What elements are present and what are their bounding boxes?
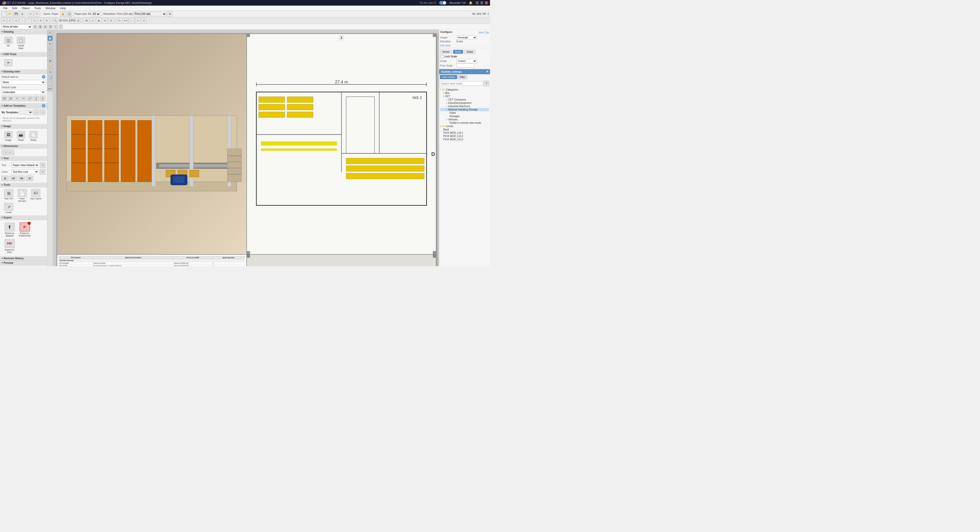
templates-help-icon[interactable]: ? — [42, 104, 45, 107]
lock-button[interactable]: 🔒 — [60, 11, 65, 17]
export-dwg-button[interactable]: ⬆ Export to dwg/dxf — [3, 222, 17, 238]
text-section-header[interactable]: ▾ Text — [0, 156, 47, 161]
draw-rotate[interactable]: ↻ — [44, 18, 49, 24]
view-icon-2dempty[interactable]: 2E — [8, 96, 14, 101]
warehouse-3d-cell[interactable] — [57, 34, 247, 254]
tree-box[interactable]: ▸ Box — [440, 91, 489, 95]
view-clip-link[interactable]: View Clip — [479, 31, 489, 34]
addon-help-icon[interactable]: ? — [42, 75, 45, 79]
text-tool-A[interactable]: A — [2, 176, 9, 181]
tree-industrial-machines[interactable]: ▸ Industrial Machines — [440, 105, 489, 108]
select-tool[interactable]: ↖ — [1, 18, 6, 24]
paper-manager-button[interactable]: 📄 Paper Manager — [16, 189, 29, 202]
side-active[interactable]: ▦ — [48, 36, 52, 41]
scale-select-container[interactable]: Custom — [457, 59, 477, 63]
lines-edit-btn[interactable]: ✏ — [40, 169, 45, 175]
text-edit-btn[interactable]: ✏ — [40, 162, 45, 168]
tree-base[interactable]: Base — [440, 128, 489, 131]
tree-visible-normal[interactable]: Visible in normal view mode — [440, 121, 489, 124]
tree-levels[interactable]: ▾ 📁 Levels — [440, 124, 489, 128]
view-icon-tools1[interactable]: ↖ — [14, 96, 20, 101]
paper-size-select[interactable]: A3A4A2 — [91, 12, 100, 16]
mirror-h[interactable]: ⇔ — [102, 18, 108, 24]
minimize-button[interactable]: ─ — [476, 1, 479, 4]
shape-select-container[interactable]: Rectangle — [457, 35, 477, 40]
visibility-close-btn[interactable]: ✕ — [486, 70, 488, 73]
redo-button[interactable]: ↪ — [34, 11, 40, 17]
export-pdf-button[interactable]: PDF Export to PDF — [3, 238, 17, 254]
text-tool-field[interactable]: A⊞ — [18, 176, 25, 181]
tree-categories[interactable]: ▾ 📁 Categories — [440, 88, 489, 91]
menu-file[interactable]: File — [1, 6, 10, 10]
side-tool-6[interactable]: ✦ — [48, 70, 52, 75]
image-section-header[interactable]: ▾ Image — [0, 124, 47, 129]
mirror-v[interactable]: ⇕ — [108, 18, 114, 24]
tree-pick-lvl2[interactable]: PICK MOD_LVL2 — [440, 135, 489, 138]
view-modes-btn[interactable]: View modes — [440, 75, 457, 79]
side-tool-3[interactable]: ↕ — [48, 52, 52, 58]
tree-storages[interactable]: Storages — [440, 114, 489, 118]
new-ui-toggle[interactable] — [439, 1, 446, 5]
scale-select[interactable]: Custom — [457, 59, 477, 63]
tree-material-handling[interactable]: ▾ Material Handling Storage — [440, 108, 489, 111]
abc-d-button[interactable]: D — [49, 25, 52, 29]
layer-button[interactable]: ≡ — [135, 18, 141, 24]
new-button[interactable]: 📄 — [1, 11, 6, 17]
paper-canvas[interactable]: 3 — [57, 33, 436, 266]
article-view-button[interactable]: 📋 Article View — [15, 36, 27, 50]
search-vis-input[interactable] — [440, 81, 483, 86]
side-tool-9[interactable]: PDF — [48, 86, 52, 91]
sheet-button[interactable]: 📄 Sheet — [27, 131, 39, 142]
menu-object[interactable]: Object — [20, 6, 32, 10]
close-button[interactable]: ✕ — [485, 1, 488, 4]
cad-tool-1[interactable]: ✒ — [3, 59, 14, 67]
tree-pick-lvl1[interactable]: PICK MOD_LVL1 — [440, 131, 489, 135]
default-addon-select[interactable]: None — [2, 80, 45, 84]
addon-templates-header[interactable]: ▾ Add-on Templates ? — [0, 103, 47, 108]
image-button[interactable]: 🖼 Image — [3, 131, 14, 142]
abc-c-button[interactable]: C — [43, 25, 48, 29]
edit-view-link[interactable]: Edit view — [440, 44, 450, 47]
photo-button[interactable]: 📷 Photo — [15, 131, 27, 142]
undo-button[interactable]: ↩ — [28, 11, 33, 17]
search-vis-btn[interactable]: ? — [484, 81, 489, 86]
lines-style-select[interactable]: Text Box Line — [11, 170, 39, 174]
menu-tools[interactable]: Tools — [32, 6, 43, 10]
draw-rect[interactable]: ▭ — [13, 18, 19, 24]
draw-poly[interactable]: ⬡ — [32, 18, 37, 24]
text-tool-label[interactable]: Abl — [10, 176, 17, 181]
text-style-select[interactable]: Paper View Default — [11, 163, 39, 167]
resolution-select[interactable]: Print (150 dpi)Screen (72 dpi) — [133, 12, 167, 16]
text-tool-img[interactable]: 🏷 — [26, 176, 33, 181]
bom-table-cell[interactable]: Part Number Optional Description Unit B … — [57, 254, 247, 267]
dimensions-section-header[interactable]: ▾ Dimensions — [0, 144, 47, 149]
export-powerpoint-button[interactable]: P ! Export to PowerPoint — [18, 222, 32, 238]
shape-select[interactable]: Rectangle — [457, 35, 477, 40]
dim-linear[interactable]: |←→| — [2, 149, 14, 155]
side-tool-8[interactable]: 📋 — [48, 81, 52, 86]
lock-scale-checkbox[interactable] — [440, 55, 444, 58]
templates-prev[interactable]: ‹ — [33, 110, 39, 115]
tags-legend-button[interactable]: 🏷 Tags Legend — [29, 189, 42, 202]
save-button[interactable]: 💾 — [13, 11, 19, 17]
maximize-button[interactable]: □ — [480, 1, 484, 4]
zoom-in[interactable]: 🔍 — [52, 18, 58, 24]
filter-btn[interactable]: Filter — [458, 75, 467, 79]
draw-circle[interactable]: ○ — [19, 18, 25, 24]
open-button[interactable]: 📂 — [7, 11, 13, 17]
trim-tool[interactable]: ✂ — [117, 18, 122, 24]
menu-edit[interactable]: Edit — [10, 6, 19, 10]
side-tool-5[interactable]: 📐 — [48, 64, 52, 69]
free-scale-input[interactable]: 347.938 — [457, 64, 474, 68]
view-icon-tools3[interactable]: 🔗 — [27, 96, 33, 101]
fillet-tool[interactable]: ⌐ — [129, 18, 135, 24]
view-icon-2d[interactable]: 2D — [2, 96, 7, 101]
property-button[interactable]: ℹ — [141, 18, 147, 24]
snap-endpoint[interactable]: ◇ — [90, 18, 95, 24]
side-select[interactable]: ↖ — [48, 30, 52, 35]
warehouse-photo-cell[interactable] — [247, 254, 436, 267]
tree-vehicles[interactable]: ▸ Vehicles — [440, 118, 489, 121]
settings-button[interactable]: ⚙ — [167, 11, 173, 17]
default-scale-select[interactable]: Undecided — [2, 90, 45, 94]
tree-pallet[interactable]: Pallet — [440, 111, 489, 114]
